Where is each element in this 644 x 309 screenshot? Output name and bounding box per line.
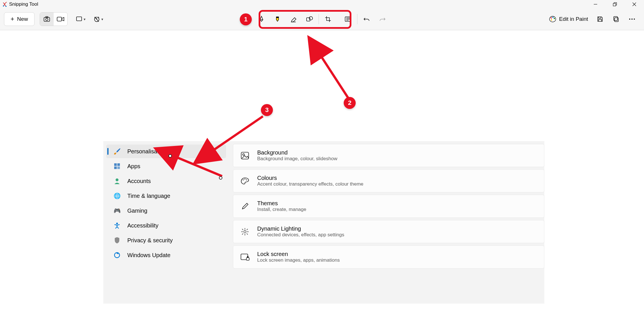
paintbrush-icon: 🖌️ — [113, 147, 121, 155]
sidebar-item-accessibility[interactable]: Accessibility — [106, 219, 226, 232]
capture-mode-group — [40, 12, 68, 26]
copy-button[interactable] — [608, 13, 624, 26]
sidebar-item-accounts[interactable]: Accounts — [106, 174, 226, 188]
svg-point-30 — [629, 19, 630, 20]
accessibility-icon — [113, 221, 121, 229]
svg-point-25 — [552, 17, 553, 18]
svg-point-0 — [3, 5, 4, 7]
svg-point-44 — [116, 178, 118, 181]
window-controls — [586, 0, 644, 9]
svg-rect-11 — [77, 17, 82, 21]
edit-in-paint-button[interactable]: Edit in Paint — [545, 13, 592, 25]
image-icon — [240, 151, 250, 160]
card-lock-screen[interactable]: Lock screenLock screen images, apps, ani… — [233, 245, 544, 269]
svg-rect-40 — [114, 163, 117, 166]
step-badge-3: 3 — [261, 104, 273, 116]
svg-point-45 — [116, 223, 118, 224]
close-button[interactable] — [625, 0, 644, 9]
svg-point-52 — [244, 231, 246, 233]
sidebar-item-windows-update[interactable]: Windows Update — [106, 248, 226, 262]
gamepad-icon: 🎮 — [113, 207, 121, 215]
svg-point-49 — [243, 179, 243, 180]
save-button[interactable] — [592, 13, 608, 26]
svg-point-9 — [46, 18, 48, 21]
arrow-handle-tail[interactable] — [219, 176, 222, 180]
arrow-handle-head[interactable] — [168, 154, 172, 158]
step-badge-2: 2 — [344, 97, 356, 109]
svg-rect-43 — [117, 166, 120, 169]
captured-screenshot: 🖌️ Personalisation Apps Accounts 🌐 Time … — [103, 141, 544, 304]
palette-outline-icon — [240, 176, 250, 186]
svg-rect-8 — [46, 17, 48, 18]
sidebar-item-personalisation[interactable]: 🖌️ Personalisation — [106, 145, 226, 158]
globe-clock-icon: 🌐 — [113, 192, 121, 200]
snip-video-button[interactable] — [54, 13, 67, 26]
card-colours[interactable]: ColoursAccent colour, transparency effec… — [233, 169, 544, 192]
person-icon — [113, 177, 121, 185]
brush-icon — [240, 202, 250, 211]
new-button[interactable]: + New — [4, 12, 35, 26]
svg-rect-28 — [615, 18, 618, 22]
svg-point-26 — [554, 18, 555, 19]
palette-icon — [549, 16, 556, 23]
svg-rect-29 — [614, 17, 617, 21]
sidebar-item-privacy-security[interactable]: Privacy & security — [106, 233, 226, 247]
svg-point-1 — [5, 6, 7, 7]
svg-line-57 — [242, 229, 243, 230]
apps-icon — [113, 162, 121, 170]
sidebar-item-apps[interactable]: Apps — [106, 159, 226, 173]
svg-rect-62 — [246, 258, 249, 260]
app-title: Snipping Tool — [9, 1, 38, 7]
annotation-red-box — [259, 10, 351, 29]
app-icon — [2, 2, 7, 7]
step-badge-1: 1 — [240, 13, 252, 25]
svg-point-32 — [634, 19, 635, 20]
redo-button[interactable] — [375, 13, 391, 26]
svg-point-51 — [246, 179, 247, 180]
new-label: New — [17, 16, 28, 22]
svg-point-24 — [550, 17, 552, 19]
settings-content: BackgroundBackground image, colour, slid… — [229, 141, 544, 304]
sidebar-item-time-language[interactable]: 🌐 Time & language — [106, 189, 226, 203]
sidebar-item-gaming[interactable]: 🎮 Gaming — [106, 204, 226, 217]
svg-point-27 — [551, 19, 552, 21]
svg-rect-4 — [613, 3, 616, 6]
svg-line-60 — [242, 233, 243, 235]
svg-rect-7 — [44, 17, 50, 21]
snip-shape-dropdown[interactable] — [73, 13, 89, 26]
svg-point-50 — [244, 178, 245, 179]
update-icon — [113, 251, 121, 259]
svg-point-48 — [243, 154, 244, 155]
more-button[interactable] — [624, 13, 640, 26]
settings-sidebar: 🖌️ Personalisation Apps Accounts 🌐 Time … — [103, 141, 229, 304]
svg-point-31 — [631, 19, 633, 20]
svg-rect-10 — [57, 17, 62, 21]
card-background[interactable]: BackgroundBackground image, colour, slid… — [233, 144, 544, 167]
minimize-button[interactable] — [586, 0, 605, 9]
svg-line-59 — [247, 229, 248, 230]
svg-rect-42 — [114, 166, 117, 169]
svg-line-58 — [247, 233, 248, 235]
sparkle-icon — [240, 227, 250, 237]
snip-image-button[interactable] — [40, 13, 54, 26]
shield-icon — [113, 236, 121, 244]
maximize-button[interactable] — [605, 0, 625, 9]
svg-rect-41 — [117, 163, 120, 166]
title-bar: Snipping Tool — [0, 0, 644, 9]
undo-button[interactable] — [359, 13, 375, 26]
plus-icon: + — [11, 15, 14, 23]
card-themes[interactable]: ThemesInstall, create, manage — [233, 195, 544, 218]
delay-dropdown[interactable] — [90, 13, 106, 26]
card-dynamic-lighting[interactable]: Dynamic LightingConnected devices, effec… — [233, 220, 544, 243]
lock-screen-icon — [240, 252, 250, 262]
edit-in-paint-label: Edit in Paint — [559, 16, 588, 22]
